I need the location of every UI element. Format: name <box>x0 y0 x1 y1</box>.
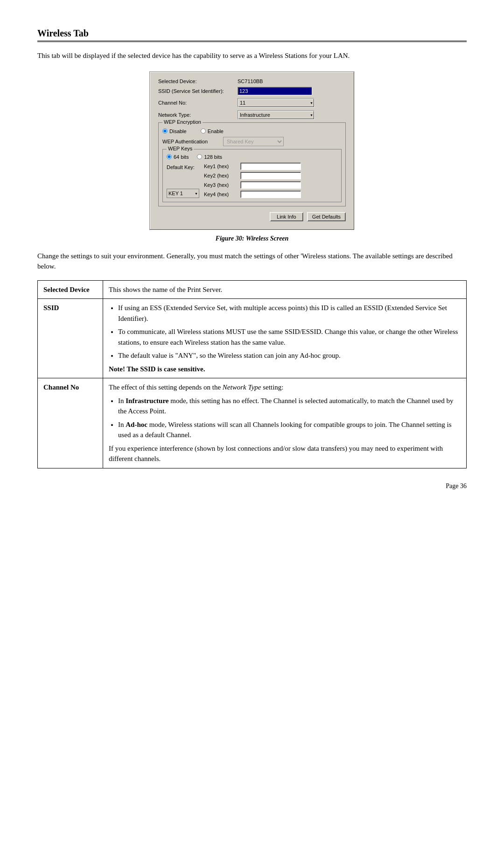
channel-select[interactable]: 11 <box>238 98 315 107</box>
page-number: Page 36 <box>37 482 467 490</box>
bits64-label[interactable]: 64 bits <box>167 154 189 160</box>
bits128-radio[interactable] <box>197 154 202 159</box>
table-cell-ssid: If using an ESS (Extended Service Set, w… <box>103 299 467 378</box>
wep-auth-select[interactable]: Shared Key <box>223 137 284 146</box>
list-item: The default value is "ANY", so the Wirel… <box>118 350 461 361</box>
key-left-section: Default Key: KEY 1 <box>167 163 199 198</box>
disable-label: Disable <box>169 128 187 134</box>
key-rows: Default Key: KEY 1 Key1 (hex) <box>167 163 337 198</box>
dialog-buttons: Link Info Get Defaults <box>158 212 346 221</box>
disable-radio[interactable] <box>162 128 168 134</box>
enable-label: Enable <box>208 128 224 134</box>
channel-intro: The effect of this setting depends on th… <box>109 382 461 393</box>
network-type-row: Network Type: Infrastructure <box>158 110 346 120</box>
ssid-label: SSID (Service Set Identifier): <box>158 88 238 94</box>
bits128-label[interactable]: 128 bits <box>197 154 222 160</box>
default-key-label: Default Key: <box>167 164 195 170</box>
key4-row: Key4 (hex) <box>204 191 301 198</box>
info-table: Selected Device This shows the name of t… <box>37 280 467 468</box>
key1-input[interactable] <box>240 163 301 170</box>
key4-input[interactable] <box>240 191 301 198</box>
link-info-button[interactable]: Link Info <box>270 212 303 221</box>
channel-label: Channel No: <box>158 100 238 106</box>
enable-radio-label[interactable]: Enable <box>201 128 224 134</box>
table-header-channel: Channel No <box>38 378 103 468</box>
dialog-screenshot: Selected Device: SC7110BB SSID (Service … <box>37 71 467 230</box>
wireless-dialog: Selected Device: SC7110BB SSID (Service … <box>149 71 355 230</box>
description-paragraph: Change the settings to suit your environ… <box>37 251 467 272</box>
table-header-ssid: SSID <box>38 299 103 378</box>
selected-device-label: Selected Device: <box>158 78 238 84</box>
bits128-text: 128 bits <box>204 154 222 160</box>
page-title: Wireless Tab <box>37 28 467 39</box>
key-select-wrapper: KEY 1 <box>167 189 199 198</box>
key-dropdown[interactable]: KEY 1 <box>167 189 199 198</box>
list-item: In Ad-hoc mode, Wireless stations will s… <box>118 419 461 440</box>
wep-auth-row: WEP Authentication Shared Key <box>162 137 342 146</box>
intro-paragraph: This tab will be displayed if the select… <box>37 50 467 61</box>
wep-group-title: WEP Encryption <box>162 119 203 125</box>
table-cell-selected-device: This shows the name of the Print Server. <box>103 280 467 299</box>
wep-keys-group: WEP Keys 64 bits 128 bits Default Key: <box>162 149 342 202</box>
list-item: In Infrastructure mode, this setting has… <box>118 396 461 417</box>
get-defaults-button[interactable]: Get Defaults <box>307 212 346 221</box>
key1-label: Key1 (hex) <box>204 163 238 169</box>
network-type-select-wrapper: Infrastructure <box>238 110 315 120</box>
disable-radio-label[interactable]: Disable <box>162 128 187 134</box>
table-row-ssid: SSID If using an ESS (Extended Service S… <box>38 299 467 378</box>
wep-radio-row: Disable Enable <box>162 128 342 134</box>
channel-list: In Infrastructure mode, this setting has… <box>109 396 461 440</box>
title-divider <box>37 41 467 42</box>
selected-device-row: Selected Device: SC7110BB <box>158 78 346 84</box>
key3-input[interactable] <box>240 181 301 189</box>
key2-input[interactable] <box>240 172 301 179</box>
key3-label: Key3 (hex) <box>204 182 238 188</box>
channel-row: Channel No: 11 <box>158 98 346 107</box>
key2-row: Key2 (hex) <box>204 172 301 179</box>
bits64-text: 64 bits <box>174 154 189 160</box>
list-item: To communicate, all Wireless stations MU… <box>118 326 461 347</box>
bits64-radio[interactable] <box>167 154 172 159</box>
selected-device-value: SC7110BB <box>238 78 263 84</box>
table-row-selected-device: Selected Device This shows the name of t… <box>38 280 467 299</box>
wep-encryption-group: WEP Encryption Disable Enable WEP Authen… <box>158 122 346 206</box>
key-right-section: Key1 (hex) Key2 (hex) Key3 (hex) Ke <box>204 163 301 198</box>
key4-label: Key4 (hex) <box>204 191 238 197</box>
table-header-selected-device: Selected Device <box>38 280 103 299</box>
wep-keys-title: WEP Keys <box>167 146 194 151</box>
key1-row: Key1 (hex) <box>204 163 301 170</box>
table-row-channel: Channel No The effect of this setting de… <box>38 378 467 468</box>
list-item: If using an ESS (Extended Service Set, w… <box>118 303 461 324</box>
enable-radio[interactable] <box>201 128 206 134</box>
bits-row: 64 bits 128 bits <box>167 154 337 160</box>
ssid-row: SSID (Service Set Identifier): <box>158 87 346 95</box>
network-type-label: Network Type: <box>158 112 238 118</box>
figure-caption: Figure 30: Wireless Screen <box>37 235 467 242</box>
ssid-list: If using an ESS (Extended Service Set, w… <box>109 303 461 361</box>
wep-auth-label: WEP Authentication <box>162 139 223 144</box>
ssid-note: Note! The SSID is case sensitive. <box>109 364 461 375</box>
key2-label: Key2 (hex) <box>204 173 238 178</box>
ssid-input[interactable] <box>238 87 312 95</box>
network-type-select[interactable]: Infrastructure <box>238 110 315 120</box>
key3-row: Key3 (hex) <box>204 181 301 189</box>
table-cell-channel: The effect of this setting depends on th… <box>103 378 467 468</box>
channel-select-wrapper: 11 <box>238 98 315 107</box>
channel-footer: If you experience interference (shown by… <box>109 443 461 464</box>
